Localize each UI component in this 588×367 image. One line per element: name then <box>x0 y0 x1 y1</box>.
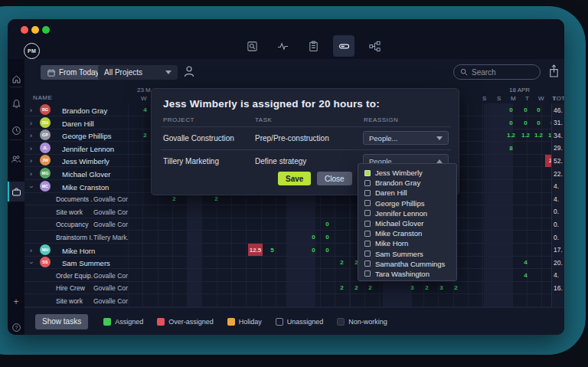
assigned-cell[interactable]: 0 <box>306 244 321 256</box>
assigned-cell[interactable]: 0 <box>531 104 546 116</box>
checkbox-unchecked[interactable] <box>364 251 371 257</box>
save-button[interactable]: Save <box>278 172 311 185</box>
legend-item: Holiday <box>227 318 262 326</box>
projects-briefcase-icon[interactable] <box>8 182 24 202</box>
dropdown-option[interactable]: Michael Glover <box>364 218 456 228</box>
task-row[interactable]: Order Equip...Govalle Con... <box>24 269 564 282</box>
assigned-cell[interactable]: 2 <box>449 282 463 294</box>
chevron-right-icon[interactable]: › <box>30 120 32 127</box>
assigned-cell[interactable]: 0 <box>320 244 335 256</box>
row-total: 46. <box>551 103 564 116</box>
team-icon[interactable] <box>8 149 24 168</box>
person-row[interactable]: ›MHMike Horn <box>24 244 564 257</box>
over-assigned-cell[interactable]: 12.5 <box>248 244 263 256</box>
assigned-cell[interactable]: 2 <box>349 282 364 294</box>
dropdown-option[interactable]: Sam Summers <box>364 249 456 259</box>
checkbox-unchecked[interactable] <box>364 180 371 186</box>
assigned-cell[interactable]: 2 <box>363 282 377 294</box>
checkbox-unchecked[interactable] <box>364 190 371 196</box>
row-total: 4. <box>551 192 564 205</box>
close-button[interactable]: Close <box>317 172 352 185</box>
checkbox-unchecked[interactable] <box>364 261 371 267</box>
dropdown-option[interactable]: Brandon Gray <box>364 178 456 188</box>
export-icon[interactable] <box>548 64 560 78</box>
assigned-cell[interactable]: 0 <box>306 231 321 244</box>
checkbox-unchecked[interactable] <box>364 231 371 237</box>
workflow-icon[interactable] <box>364 35 385 57</box>
assigned-cell[interactable]: 4 <box>518 269 533 281</box>
checkbox-checked[interactable] <box>364 170 371 176</box>
home-icon[interactable] <box>8 70 24 88</box>
row-total: 20. <box>551 256 564 269</box>
reassign-select-1[interactable]: People... <box>363 131 449 145</box>
add-plus-icon[interactable]: + <box>8 293 24 311</box>
checkbox-unchecked[interactable] <box>364 200 371 206</box>
help-icon[interactable]: ? <box>8 318 24 335</box>
assigned-cell[interactable]: 5 <box>265 244 279 256</box>
dropdown-option-label: Mike Cranston <box>375 229 422 238</box>
people-filter-icon[interactable] <box>183 64 195 78</box>
task-row[interactable]: OccupancyGovalle Con... <box>24 218 564 231</box>
app-window: PM +? From Today All Projects <box>8 19 564 335</box>
assigned-cell[interactable]: 0 <box>320 231 335 244</box>
dropdown-option[interactable]: Mike Horn <box>364 238 456 248</box>
from-today-button[interactable]: From Today <box>41 65 106 80</box>
dropdown-option[interactable]: George Phillips <box>364 198 456 208</box>
search-box[interactable] <box>453 64 541 80</box>
workload-icon[interactable] <box>333 35 354 57</box>
dropdown-option[interactable]: Jennifer Lennon <box>364 208 456 218</box>
dropdown-option[interactable]: Samantha Cummings <box>364 259 456 269</box>
assigned-cell[interactable]: 2 <box>335 257 349 269</box>
chevron-right-icon[interactable]: › <box>30 132 32 139</box>
chevron-right-icon[interactable]: › <box>30 106 32 114</box>
checkbox-unchecked[interactable] <box>364 210 371 216</box>
dropdown-option[interactable]: Daren Hill <box>364 188 456 198</box>
assigned-cell[interactable]: 1.2 <box>504 129 518 142</box>
checkbox-unchecked[interactable] <box>364 270 371 277</box>
person-row[interactable]: ›SSSam Summers <box>24 256 564 269</box>
dropdown-option[interactable]: Mike Cranston <box>364 228 456 238</box>
report-icon[interactable] <box>302 35 324 57</box>
assigned-cell[interactable]: 8 <box>504 142 518 154</box>
assigned-cell[interactable]: 3 <box>434 282 449 294</box>
zoom-window-button[interactable] <box>42 26 50 34</box>
chevron-right-icon[interactable]: › <box>30 170 32 178</box>
checkbox-unchecked[interactable] <box>364 221 371 227</box>
assigned-cell[interactable]: 0 <box>320 218 335 231</box>
chevron-right-icon[interactable]: › <box>30 145 32 152</box>
chevron-right-icon[interactable]: › <box>30 247 32 254</box>
close-window-button[interactable] <box>21 26 28 34</box>
task-row[interactable]: Site workGovalle Con... <box>24 205 564 218</box>
search-document-icon[interactable] <box>241 35 263 57</box>
clock-icon[interactable] <box>8 121 24 139</box>
task-row[interactable]: Hire CrewGovalle Con... <box>24 281 564 294</box>
assigned-cell[interactable]: 2 <box>335 282 349 294</box>
checkbox-unchecked[interactable] <box>364 241 371 247</box>
row-total: 34. <box>551 129 564 142</box>
assigned-cell[interactable]: 4 <box>518 257 533 269</box>
task-project: Govalle Con... <box>93 195 128 203</box>
notifications-bell-icon[interactable] <box>8 94 24 113</box>
search-input[interactable] <box>472 68 533 77</box>
assigned-cell[interactable]: 0 <box>531 116 546 129</box>
assigned-cell[interactable]: 2 <box>420 282 434 294</box>
assigned-cell[interactable]: 1.2 <box>531 129 546 142</box>
project-filter-select[interactable]: All Projects <box>98 65 178 80</box>
dropdown-option[interactable]: Tara Washington <box>364 269 456 279</box>
assigned-cell[interactable]: 3 <box>405 282 420 294</box>
svg-text:?: ? <box>15 324 18 329</box>
chevron-down-icon[interactable]: › <box>28 262 35 264</box>
show-tasks-button[interactable]: Show tasks <box>35 314 88 329</box>
assigned-cell[interactable]: 0 <box>504 104 518 116</box>
activity-icon[interactable] <box>272 35 293 57</box>
chevron-right-icon[interactable]: › <box>30 157 32 165</box>
dropdown-option[interactable]: Jess Wimberly <box>364 168 456 178</box>
chevron-down-icon[interactable]: › <box>28 185 35 188</box>
assigned-cell[interactable]: 0 <box>504 116 518 129</box>
left-rail: +? <box>8 59 24 335</box>
minimize-window-button[interactable] <box>31 26 39 34</box>
task-row[interactable]: Site workGovalle Con... <box>24 294 564 307</box>
legend-item: Over-assigned <box>157 318 214 326</box>
avatar: DH <box>40 117 51 128</box>
task-row[interactable]: Brainstorm I...Tillery Mark... <box>24 231 564 244</box>
